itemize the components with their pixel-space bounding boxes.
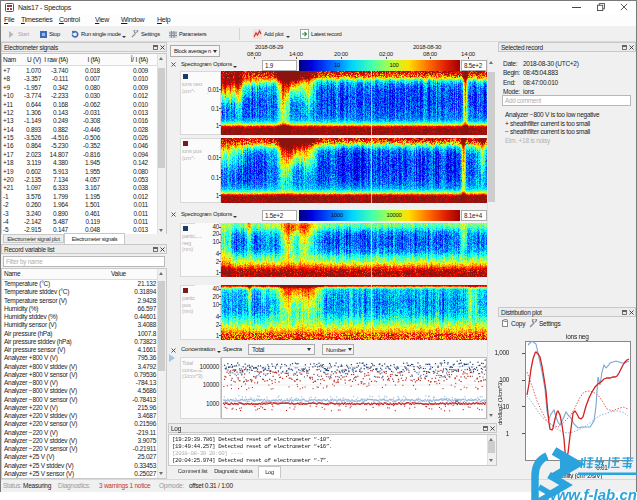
- svg-text:www.f-lab.cn: www.f-lab.cn: [545, 486, 637, 500]
